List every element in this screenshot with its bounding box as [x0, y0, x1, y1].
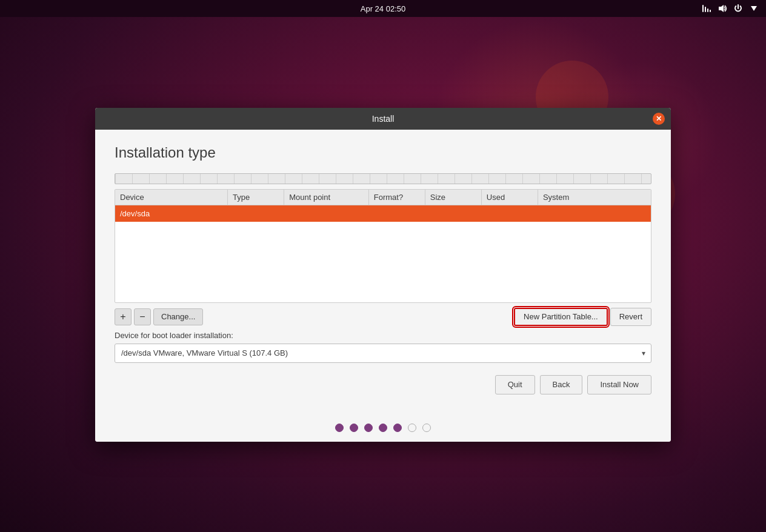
quit-button[interactable]: Quit — [495, 375, 535, 394]
row-device: /dev/sda — [115, 205, 228, 222]
partition-visual-bar — [115, 173, 651, 184]
dialog-overlay: Install ✕ Installation type Device Type … — [0, 17, 766, 532]
step-dot-2 — [350, 424, 358, 432]
step-dot-5 — [393, 424, 402, 432]
partition-table: Device Type Mount point Format? Size Use… — [115, 189, 651, 303]
close-button[interactable]: ✕ — [653, 113, 665, 125]
add-icon: + — [120, 311, 125, 322]
topbar: Apr 24 02:50 — [0, 0, 766, 17]
col-format: Format? — [369, 190, 425, 205]
step-dot-7 — [422, 424, 431, 432]
install-now-button[interactable]: Install Now — [587, 375, 651, 394]
revert-button[interactable]: Revert — [610, 308, 651, 326]
back-button[interactable]: Back — [540, 375, 583, 394]
svg-marker-12 — [751, 6, 757, 11]
table-header: Device Type Mount point Format? Size Use… — [115, 190, 651, 205]
datetime-text: Apr 24 02:50 — [361, 4, 405, 13]
new-partition-table-button[interactable]: New Partition Table... — [514, 308, 608, 326]
svg-rect-9 — [707, 8, 708, 12]
step-dot-1 — [335, 424, 344, 432]
row-format — [369, 205, 425, 222]
bootloader-label: Device for boot loader installation: — [115, 331, 651, 340]
svg-rect-8 — [705, 7, 706, 12]
add-partition-button[interactable]: + — [115, 308, 132, 325]
bootloader-select-wrapper: /dev/sda VMware, VMware Virtual S (107.4… — [115, 344, 651, 363]
col-type: Type — [228, 190, 284, 205]
close-icon: ✕ — [656, 115, 662, 123]
dialog-title: Install — [372, 114, 395, 124]
table-body: /dev/sda — [115, 205, 651, 302]
remove-icon: − — [139, 311, 145, 322]
col-size: Size — [425, 190, 482, 205]
volume-icon[interactable] — [718, 4, 727, 13]
step-dot-4 — [379, 424, 387, 432]
remove-partition-button[interactable]: − — [134, 308, 151, 325]
step-indicators — [95, 416, 671, 442]
col-device: Device — [115, 190, 228, 205]
page-title: Installation type — [115, 144, 651, 161]
network-icon[interactable] — [702, 4, 711, 13]
step-dot-6 — [408, 424, 416, 432]
topbar-system-icons — [702, 4, 759, 13]
bootloader-select[interactable]: /dev/sda VMware, VMware Virtual S (107.4… — [115, 344, 651, 363]
chevron-down-icon[interactable] — [749, 4, 759, 13]
svg-marker-11 — [719, 5, 724, 12]
change-partition-button[interactable]: Change... — [153, 308, 203, 325]
row-type — [228, 205, 284, 222]
row-size — [425, 205, 482, 222]
svg-rect-10 — [710, 10, 711, 12]
col-used: Used — [482, 190, 538, 205]
dialog-content: Installation type Device Type Mount poin… — [95, 130, 671, 416]
step-dot-3 — [364, 424, 373, 432]
row-mount — [284, 205, 369, 222]
table-toolbar: + − Change... New Partition Table... Rev… — [115, 303, 651, 331]
dialog-titlebar: Install ✕ — [95, 108, 671, 130]
power-icon[interactable] — [733, 4, 743, 13]
row-used — [482, 205, 538, 222]
svg-rect-7 — [702, 5, 704, 12]
dialog-footer: Quit Back Install Now — [115, 375, 651, 394]
topbar-datetime: Apr 24 02:50 — [361, 4, 405, 13]
install-dialog: Install ✕ Installation type Device Type … — [95, 108, 671, 442]
col-system: System — [538, 190, 651, 205]
col-mount-point: Mount point — [284, 190, 369, 205]
table-row[interactable]: /dev/sda — [115, 205, 651, 222]
row-system — [538, 205, 651, 222]
